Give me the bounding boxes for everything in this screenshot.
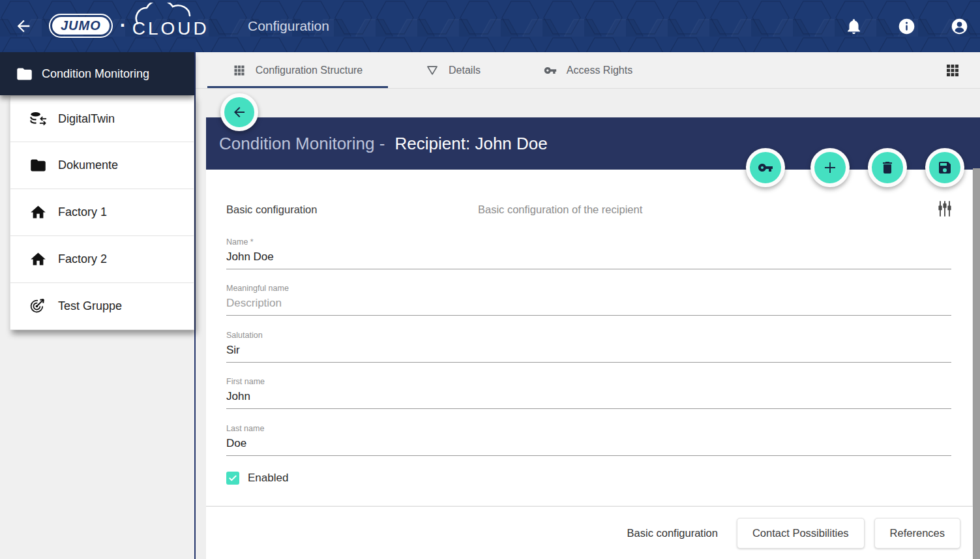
add-button[interactable] <box>810 148 850 187</box>
footer-current-section: Basic configuration <box>627 527 718 539</box>
cloud-outline-icon <box>128 3 220 25</box>
field-label: Meaningful name <box>226 284 951 293</box>
jumo-cloud-logo: JUMO · CLOUD <box>49 13 209 38</box>
content-header: Condition Monitoring - Recipient: John D… <box>206 117 980 170</box>
enabled-checkbox[interactable] <box>226 472 239 485</box>
field-value: John <box>226 390 951 403</box>
field-value: Doe <box>226 437 951 450</box>
tune-sliders-icon[interactable] <box>936 200 954 218</box>
sidebar-item-factory-2[interactable]: Factory 2 <box>10 236 194 283</box>
sidebar-item-label: Factory 2 <box>58 252 107 266</box>
field-label: First name <box>226 377 951 386</box>
sidebar-item-label: Factory 1 <box>58 205 107 219</box>
section-subtitle: Basic configuration of the recipient <box>478 204 642 216</box>
footer-bar: Basic configuration Contact Possibilitie… <box>206 506 980 559</box>
info-icon[interactable] <box>898 18 915 35</box>
section-title: Basic configuration <box>226 204 317 216</box>
back-arrow-icon <box>231 104 247 120</box>
field-value: Sir <box>226 344 951 357</box>
target-icon <box>29 297 47 315</box>
key-icon <box>758 160 773 175</box>
logo-separator: · <box>120 14 126 37</box>
name-field[interactable]: Name * John Doe <box>226 237 951 269</box>
references-button[interactable]: References <box>874 518 960 549</box>
contact-possibilities-button[interactable]: Contact Possibilities <box>737 518 865 549</box>
tab-label: Details <box>449 65 481 76</box>
tab-details[interactable]: Details <box>411 52 496 89</box>
sidebar: Condition Monitoring DigitalTwin Dokumen… <box>0 52 194 559</box>
sidebar-item-dokumente[interactable]: Dokumente <box>10 142 194 189</box>
sidebar-item-label: Dokumente <box>58 159 118 172</box>
tab-access-rights[interactable]: Access Rights <box>530 52 646 89</box>
meaningful-name-field[interactable]: Meaningful name Description <box>226 284 951 316</box>
sidebar-divider <box>194 52 196 559</box>
field-label: Last name <box>226 424 951 433</box>
sidebar-header-label: Condition Monitoring <box>42 67 149 81</box>
sidebar-item-condition-monitoring[interactable]: Condition Monitoring <box>0 52 194 95</box>
sidebar-item-factory-1[interactable]: Factory 1 <box>10 189 194 236</box>
digital-twin-icon <box>29 110 47 128</box>
home-icon <box>29 250 47 268</box>
jumo-logo-pill: JUMO <box>49 14 113 38</box>
field-label: Salutation <box>226 331 951 340</box>
key-icon <box>544 64 557 77</box>
page-title: Configuration <box>248 0 329 52</box>
form-card: Basic configuration Basic configuration … <box>206 170 972 506</box>
plus-icon <box>822 160 838 175</box>
filter-icon <box>426 64 439 77</box>
folder-icon <box>16 65 33 83</box>
sidebar-item-test-gruppe[interactable]: Test Gruppe <box>10 283 194 330</box>
tab-label: Configuration Structure <box>256 65 363 76</box>
content-title: Recipient: John Doe <box>395 134 548 153</box>
sidebar-item-label: DigitalTwin <box>58 112 115 126</box>
vertical-scrollbar[interactable] <box>973 168 980 559</box>
notifications-bell-icon[interactable] <box>845 18 863 35</box>
jumo-logo-text: JUMO <box>61 18 101 33</box>
app-window: JUMO · CLOUD Configuration <box>0 0 980 559</box>
top-app-bar: JUMO · CLOUD Configuration <box>0 0 980 52</box>
tab-label: Access Rights <box>567 65 632 76</box>
active-tab-indicator <box>207 86 388 88</box>
field-value: John Doe <box>226 250 951 264</box>
back-button[interactable] <box>220 93 258 131</box>
sidebar-item-digitaltwin[interactable]: DigitalTwin <box>10 95 194 142</box>
first-name-field[interactable]: First name John <box>226 377 951 409</box>
save-icon <box>937 160 953 175</box>
account-icon[interactable] <box>951 18 968 35</box>
access-rights-button[interactable] <box>746 148 785 187</box>
save-button[interactable] <box>925 148 964 187</box>
delete-button[interactable] <box>868 148 907 187</box>
back-arrow-icon[interactable] <box>14 17 33 35</box>
tab-configuration-structure[interactable]: Configuration Structure <box>207 52 388 89</box>
sidebar-item-label: Test Gruppe <box>58 299 122 313</box>
home-icon <box>29 204 47 221</box>
salutation-field[interactable]: Salutation Sir <box>226 331 951 363</box>
field-placeholder: Description <box>226 297 951 310</box>
checkmark-icon <box>228 474 237 483</box>
grid-icon <box>233 64 246 77</box>
grid-view-button[interactable] <box>945 63 960 78</box>
breadcrumb: Condition Monitoring - <box>219 134 385 153</box>
tab-bar: Configuration Structure Details Access R… <box>196 52 980 89</box>
checkbox-label: Enabled <box>248 472 288 485</box>
field-label: Name * <box>226 237 951 247</box>
folder-icon <box>29 157 47 174</box>
last-name-field[interactable]: Last name Doe <box>226 424 951 456</box>
trash-icon <box>880 160 895 175</box>
